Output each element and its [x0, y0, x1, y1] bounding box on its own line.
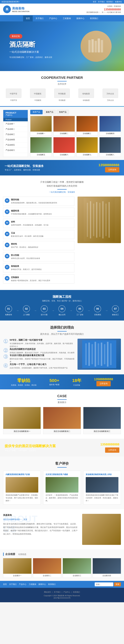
process-step-num-4: 04 [58, 305, 66, 312]
process-step-7: 07 验收完工 [112, 305, 119, 316]
product-sidebar-item-4[interactable]: 产品名称四 [3, 137, 28, 142]
topbar-link-fav[interactable]: 收藏本站 [115, 1, 122, 3]
hero-title: 酒店隔断 [9, 40, 52, 49]
product-tab-new[interactable]: 最新产品 [44, 110, 56, 114]
bottom-nav-contact[interactable]: 联系我们 [48, 583, 56, 586]
why-image-box [78, 339, 121, 370]
header: 美 美格装饰 MEIGE DECORATION 全国统一客服热线 1358888… [0, 4, 124, 16]
reviews-title-block: 客户评价 [3, 461, 121, 468]
feature-item-4: 04 五金 配套优质五金件，经久耐用，操作灵活流畅 [3, 230, 74, 239]
bottom-search-input[interactable] [95, 582, 113, 586]
feature-title-8: 定制服务 [11, 276, 50, 279]
footer-link-about[interactable]: 关于我们 [54, 591, 60, 593]
gallery-grid: 企业展示一 企业展示二 企业展示三 企业展示四 [3, 558, 121, 578]
topbar-link-home[interactable]: 首页 [93, 1, 96, 3]
svg-text:万科企业: 万科企业 [106, 92, 114, 95]
process-step-2: 02 上门测量 [23, 305, 30, 316]
product-img-6 [54, 137, 75, 153]
process-step-6: 06 安装调试 [94, 305, 101, 316]
bottom-consult-button[interactable]: 立即咨询 [105, 448, 119, 453]
footer-link-products[interactable]: 产品中心 [64, 591, 70, 593]
svg-rect-26 [104, 344, 106, 364]
svg-rect-17 [106, 204, 107, 236]
banner-blue-right: 13588888888 立即咨询 [98, 163, 119, 172]
feature-num-8: 08 [5, 276, 10, 281]
nav-item-cases[interactable]: 工程案例 [60, 16, 74, 22]
feature-num-2: 02 [5, 210, 10, 214]
gallery-item-1: 企业展示一 [3, 558, 32, 578]
stats-consult-button[interactable]: 立即咨询 [96, 381, 111, 386]
svg-rect-18 [108, 202, 110, 238]
process-step-label-2: 上门测量 [23, 314, 30, 316]
svg-rect-13 [93, 204, 94, 236]
bottom-search-button[interactable]: 搜索 [114, 582, 121, 586]
case-img-2 [43, 407, 80, 429]
feature-num-4: 04 [5, 232, 10, 236]
nav-item-news[interactable]: 新闻中心 [74, 16, 87, 22]
feature-title-4: 五金 [11, 232, 44, 234]
process-arrow-4: → [70, 309, 72, 312]
process-arrow-6: → [105, 309, 108, 312]
banner-consult-button[interactable]: 立即咨询 [105, 167, 119, 172]
product-card-6: 活动隔断六 [53, 137, 75, 157]
why-desc-2: 采用进口顶级材料，配合先进工艺技术，产品品质达到国际标准，性能卓越，经久耐用 [10, 352, 74, 354]
product-name-2: 活动隔断二 [54, 132, 75, 136]
process-step-1: 01 免费咨询 [5, 305, 12, 316]
footer-link-home[interactable]: 网站首页 [44, 591, 51, 593]
topbar-link-about[interactable]: 关于我们 [98, 1, 105, 3]
hero-badge: 量身定制 [9, 34, 22, 39]
hero-decoration-svg [87, 37, 106, 56]
product-tab-recommended[interactable]: 推荐产品 [30, 110, 42, 114]
bottom-nav-home[interactable]: 首页 [3, 583, 7, 586]
bottom-nav-about[interactable]: 关于我们 [9, 583, 16, 586]
topbar-link-contact[interactable]: 联系我们 [106, 1, 113, 3]
nav-item-about[interactable]: 关于我们 [33, 16, 46, 22]
product-grid: 活动隔断一 活动隔断二 活动隔断三 活动隔断四 活动隔断五 活动隔断六 [30, 116, 121, 157]
product-tab-hot[interactable]: 热销产品 [56, 110, 69, 114]
header-phone: 13588888888 [86, 8, 121, 11]
stat-item-3: 18年 行业经验 [72, 378, 82, 386]
bottom-nav-news[interactable]: 新闻中心 [38, 583, 46, 586]
partner-item-1: 中国平安 中国平安 [4, 88, 24, 102]
product-sidebar-item-2[interactable]: 产品名称二 [3, 126, 28, 132]
products-title-zh: 产品中心 [6, 114, 26, 116]
product-name-6: 活动隔断六 [54, 153, 75, 157]
product-sidebar-item-3[interactable]: 产品名称三 [3, 132, 28, 137]
bottom-nav-cases[interactable]: 工程案例 [29, 583, 36, 586]
case-title-1: 酒店活动隔断案例一 [3, 429, 40, 434]
bottom-phone: 13588888888 [100, 442, 119, 446]
why-item-4: ④ 关注每一个节节，让每位客户省心省力 从设计到安装，全程跟踪服务，确保每个细节… [3, 363, 74, 370]
bottom-nav-products[interactable]: 产品中心 [19, 583, 26, 586]
feature-text-2: 稳固性强 中等档宾馆标准配置，活动隔断安装牢固，使用寿命长 [11, 210, 52, 215]
feature-item-6: 06 防火性能 材料经过防火处理，符合消防安全标准 [3, 252, 74, 262]
products-section: PRODUCT 产品中心 Product 产品名称一 产品名称二 产品名称三 产… [0, 107, 124, 160]
product-sidebar-header: PRODUCT 产品中心 [3, 110, 28, 118]
svg-rect-14 [96, 202, 97, 238]
site-name-en: MEIGE DECORATION [12, 10, 30, 12]
feature-desc-4: 配套优质五金件，经久耐用，操作灵活流畅 [11, 235, 44, 238]
nav-item-products[interactable]: 产品中心 [46, 16, 60, 22]
partner-logo-svg-3: 华润集团 [57, 91, 67, 96]
product-sidebar-item-5[interactable]: 产品名称五 [3, 142, 28, 148]
partner-logo-svg-5: 万科企业 [106, 91, 115, 96]
nav-item-home[interactable]: 首页 [23, 16, 33, 22]
product-sidebar-item-1[interactable]: 产品名称一 [3, 121, 28, 126]
nav-item-contact[interactable]: 联系我们 [87, 16, 101, 22]
product-sidebar-item-6[interactable]: 产品名称六 [3, 148, 28, 153]
banner-blue-text: 一站式酒店隔断定制、安装服务 专业工厂、品质保证、服务全国、价格实惠 [5, 164, 44, 171]
product-img-5 [30, 137, 52, 153]
reviews-section: 客户评价 内蒙某度假酒店集团客户反馈 美格装饰的隔断产品质量非常好，安装团队专业… [0, 456, 124, 509]
cases-title-line [57, 399, 67, 400]
product-name-8: 活动隔断八 [100, 153, 121, 157]
gallery-item-2: 企业展示二 [33, 558, 62, 578]
process-arrow-3: → [52, 309, 54, 312]
product-name-7: 活动隔断七 [76, 153, 98, 157]
case-title-3: 酒店活动隔断案例三 [84, 429, 121, 434]
gallery-label-3: 企业展示三 [63, 574, 91, 578]
footer-link-contact[interactable]: 联系我们 [73, 591, 80, 593]
feature-title-7: 装饰效果 [11, 265, 42, 268]
process-step-3: 03 设计方案 [41, 305, 48, 316]
feature-item-7: 07 装饰效果 多种款式可选，美观大方，提升空间档次 [3, 263, 74, 272]
feature-text-1: 隔音性能 采用优质隔音材料，隔音效果出色，为您创造安静的私密空间 [11, 198, 57, 204]
hero-image [80, 31, 112, 62]
